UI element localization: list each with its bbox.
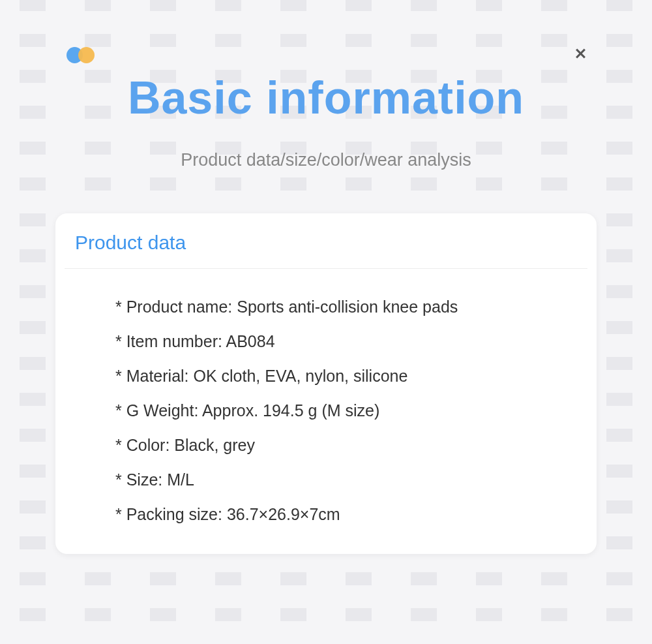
list-item: * Size: M/L	[115, 470, 597, 489]
card-divider	[65, 268, 587, 269]
list-item: * Material: OK cloth, EVA, nylon, silico…	[115, 367, 597, 386]
product-data-card: Product data * Product name: Sports anti…	[55, 213, 597, 554]
close-icon[interactable]	[574, 47, 587, 60]
card-heading: Product data	[55, 232, 597, 268]
list-item: * Packing size: 36.7×26.9×7cm	[115, 505, 597, 524]
product-data-list: * Product name: Sports anti-collision kn…	[55, 298, 597, 524]
list-item: * Product name: Sports anti-collision kn…	[115, 298, 597, 316]
page-subtitle: Product data/size/color/wear analysis	[0, 150, 652, 170]
page-title: Basic information	[0, 72, 652, 124]
list-item: * Item number: AB084	[115, 332, 597, 351]
list-item: * Color: Black, grey	[115, 436, 597, 455]
list-item: * G Weight: Approx. 194.5 g (M size)	[115, 401, 597, 420]
logo-mark	[67, 47, 96, 64]
logo-circle-orange	[78, 47, 95, 63]
